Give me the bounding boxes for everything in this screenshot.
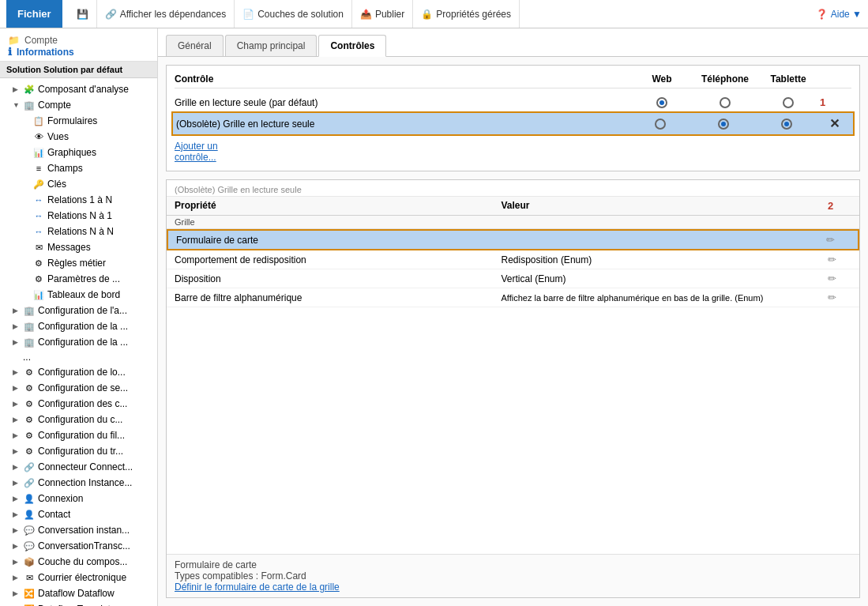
radio-web-1[interactable] <box>656 97 667 108</box>
sidebar-item-relations-nn[interactable]: ↔ Relations N à N <box>0 224 157 239</box>
sidebar-item-label: Graphiques <box>47 147 96 158</box>
afficher-dependances-icon: 🔗 <box>105 9 117 20</box>
sidebar-item-champs[interactable]: ≡ Champs <box>0 160 157 176</box>
sidebar-item-config-2[interactable]: ▶ 🏢 Configuration de la ... <box>0 318 157 334</box>
sidebar-item-relations-n1[interactable]: ↔ Relations N à 1 <box>0 208 157 224</box>
prop-row-3[interactable]: Disposition Vertical (Enum) ✏ <box>167 269 859 288</box>
sidebar-item-config-se[interactable]: ▶ ⚙ Configuration de se... <box>0 380 157 396</box>
edit-icon-4[interactable]: ✏ <box>828 292 851 303</box>
sidebar-item-config-fil[interactable]: ▶ ⚙ Configuration du fil... <box>0 427 157 443</box>
folder-icon: 📁 <box>8 35 20 46</box>
control-row1-tablet[interactable] <box>757 97 820 108</box>
sidebar-item-label: ConversationTransc... <box>38 540 130 551</box>
sidebar-item-label: Règles métier <box>47 258 106 269</box>
radio-phone-1[interactable] <box>720 97 731 108</box>
sidebar-item-label: Configuration du fil... <box>38 430 125 441</box>
tab-controles[interactable]: Contrôles <box>318 35 386 57</box>
sidebar-item-label: Vues <box>47 131 69 142</box>
sidebar-item-label: Connecteur Connect... <box>38 461 133 472</box>
col-controle-header: Contrôle <box>175 73 630 85</box>
footer-link[interactable]: Définir le formulaire de carte de la gri… <box>175 582 851 593</box>
msg-icon: ✉ <box>32 241 45 254</box>
sidebar-item-couche[interactable]: ▶ 📦 Couche du compos... <box>0 554 157 570</box>
sidebar-item-label: Contact <box>38 509 70 520</box>
fields-icon: ≡ <box>32 162 45 175</box>
prop-subheader: Grille <box>167 216 859 229</box>
sidebar-item-label: Formulaires <box>47 115 97 126</box>
edit-icon-3[interactable]: ✏ <box>828 273 851 284</box>
sidebar-item-conversation-transc[interactable]: ▶ 💬 ConversationTransc... <box>0 538 157 554</box>
sidebar-item-label: Configuration du tr... <box>38 446 123 457</box>
control-row2-phone[interactable] <box>692 119 755 130</box>
radio-web-2[interactable] <box>655 119 666 130</box>
sidebar-item-dataflow[interactable]: ▶ 🔀 Dataflow Dataflow <box>0 585 157 601</box>
sidebar-item-contact[interactable]: ▶ 👤 Contact <box>0 506 157 522</box>
sidebar-item-messages[interactable]: ✉ Messages <box>0 239 157 255</box>
fichier-button[interactable]: Fichier <box>6 0 62 28</box>
entity-icon: 🏢 <box>23 304 36 317</box>
sidebar-item-connexion[interactable]: ▶ 👤 Connexion <box>0 491 157 506</box>
sidebar-item-formulaires[interactable]: 📋 Formulaires <box>0 113 157 129</box>
control-row2-web[interactable] <box>629 119 692 130</box>
sidebar-item-vues[interactable]: 👁 Vues <box>0 129 157 145</box>
content-panel: Contrôle Web Téléphone Tablette Grille e… <box>158 57 868 606</box>
sidebar-item-conversation[interactable]: ▶ 💬 Conversation instan... <box>0 522 157 538</box>
edit-icon-2[interactable]: ✏ <box>828 254 851 265</box>
prop-row-1[interactable]: Formulaire de carte ✏ <box>167 229 859 250</box>
prop-row3-value: Vertical (Enum) <box>502 273 829 284</box>
edit-icon-1[interactable]: ✏ <box>826 234 850 246</box>
sidebar-item-connection[interactable]: ▶ 🔗 Connection Instance... <box>0 475 157 491</box>
proprietes-gerees-button[interactable]: 🔒 Propriétés gérées <box>413 0 520 28</box>
col-propriete-header: Propriété <box>175 200 502 212</box>
number-badge-2: 2 <box>828 200 851 212</box>
control-row1-phone[interactable] <box>693 97 757 108</box>
afficher-dependances-button[interactable]: 🔗 Afficher les dépendances <box>97 0 235 28</box>
radio-phone-2[interactable] <box>718 119 729 130</box>
expand-icon: ▶ <box>13 463 21 471</box>
prop-rows: Formulaire de carte ✏ Comportement de re… <box>167 229 859 554</box>
sidebar-item-compte[interactable]: ▼ 🏢 Compte <box>0 97 157 113</box>
publier-button[interactable]: 📤 Publier <box>352 0 413 28</box>
control-row1-web[interactable] <box>630 97 693 108</box>
sidebar-item-ellipsis[interactable]: ... <box>0 350 157 364</box>
sidebar-item-regles[interactable]: ⚙ Règles métier <box>0 255 157 271</box>
radio-tablet-1[interactable] <box>783 97 794 108</box>
info-title-label: Informations <box>17 47 74 58</box>
sidebar-item-config-c[interactable]: ▶ ⚙ Configuration des c... <box>0 396 157 412</box>
couches-solution-button[interactable]: 📄 Couches de solution <box>235 0 352 28</box>
prop-row-4[interactable]: Barre de filtre alphanumérique Affichez … <box>167 288 859 307</box>
add-control-link[interactable]: Ajouter uncontrôle... <box>175 141 218 163</box>
radio-tablet-2[interactable] <box>781 119 792 130</box>
sidebar-item-dataflow-template[interactable]: ▶ 🔀 Dataflow Template <box>0 601 157 606</box>
prop-row3-label: Disposition <box>175 273 502 284</box>
expand-icon: ▶ <box>13 416 21 423</box>
connector-icon: 🔗 <box>23 461 36 473</box>
sidebar-item-config-cu[interactable]: ▶ ⚙ Configuration du c... <box>0 412 157 427</box>
sidebar-item-label: Configuration de lo... <box>38 367 126 378</box>
save-button[interactable]: 💾 <box>69 0 97 28</box>
sidebar-item-composant[interactable]: ▶ 🧩 Composant d'analyse <box>0 81 157 97</box>
control-row2-tablet[interactable] <box>755 119 818 130</box>
expand-icon: ▶ <box>13 322 21 330</box>
aide-button[interactable]: ❓ Aide ▼ <box>816 9 862 20</box>
tab-champ-principal[interactable]: Champ principal <box>225 35 318 56</box>
sidebar-item-config-1[interactable]: ▶ 🏢 Configuration de l'a... <box>0 303 157 318</box>
tab-general[interactable]: Général <box>166 35 224 56</box>
prop-row-2[interactable]: Comportement de redisposition Redisposit… <box>167 250 859 269</box>
config-icon: ⚙ <box>23 382 36 394</box>
sidebar-item-config-3[interactable]: ▶ 🏢 Configuration de la ... <box>0 334 157 350</box>
sidebar-item-config-tr[interactable]: ▶ ⚙ Configuration du tr... <box>0 443 157 459</box>
col-tablette-header: Tablette <box>757 73 820 85</box>
sidebar-item-courrier[interactable]: ▶ ✉ Courrier électronique <box>0 570 157 585</box>
sidebar-item-connecteur[interactable]: ▶ 🔗 Connecteur Connect... <box>0 459 157 475</box>
sidebar-tree: ▶ 🧩 Composant d'analyse ▼ 🏢 Compte 📋 For… <box>0 78 157 606</box>
delete-control-button[interactable]: ✕ <box>818 116 850 131</box>
sidebar-item-label: Paramètres de ... <box>47 273 120 284</box>
sidebar-item-graphiques[interactable]: 📊 Graphiques <box>0 145 157 160</box>
sidebar-item-cles[interactable]: 🔑 Clés <box>0 176 157 192</box>
sidebar-item-config-log[interactable]: ▶ ⚙ Configuration de lo... <box>0 364 157 380</box>
sidebar-item-parametres[interactable]: ⚙ Paramètres de ... <box>0 271 157 287</box>
sidebar-item-relations-1n[interactable]: ↔ Relations 1 à N <box>0 192 157 208</box>
aide-label: Aide ▼ <box>831 9 862 20</box>
sidebar-item-tableaux[interactable]: 📊 Tableaux de bord <box>0 287 157 303</box>
